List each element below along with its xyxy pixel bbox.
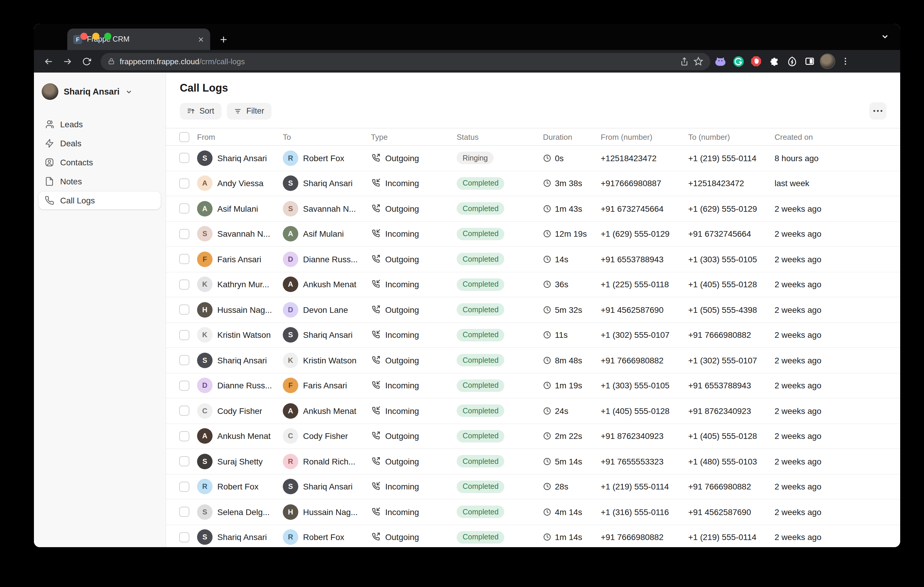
to-avatar: S bbox=[283, 479, 298, 495]
table-row[interactable]: AAsif MulaniSSavannah N...OutgoingComple… bbox=[166, 196, 900, 222]
duration: 11s bbox=[555, 330, 568, 340]
to-name: Robert Fox bbox=[303, 153, 345, 163]
row-checkbox[interactable] bbox=[179, 381, 189, 391]
sidebar-item-leads[interactable]: Leads bbox=[39, 115, 161, 133]
table-row[interactable]: KKristin WatsonSShariq AnsariIncomingCom… bbox=[166, 323, 900, 348]
select-all-checkbox[interactable] bbox=[179, 132, 189, 142]
table-row[interactable]: KKathryn Mur...AAnkush MenatIncomingComp… bbox=[166, 272, 900, 298]
share-icon[interactable] bbox=[680, 57, 689, 66]
table-row[interactable]: SSuraj ShettyRRonald Rich...OutgoingComp… bbox=[166, 449, 900, 474]
to-name: Devon Lane bbox=[303, 305, 348, 315]
row-checkbox[interactable] bbox=[179, 431, 189, 441]
sort-button[interactable]: Sort bbox=[180, 103, 221, 119]
row-checkbox[interactable] bbox=[179, 178, 189, 189]
table-row[interactable]: SShariq AnsariRRobert FoxOutgoingComplet… bbox=[166, 525, 900, 547]
sidebar-item-contacts[interactable]: Contacts bbox=[39, 153, 161, 171]
browser-profile-avatar[interactable] bbox=[820, 54, 835, 69]
to-name: Dianne Russ... bbox=[303, 255, 358, 264]
row-checkbox[interactable] bbox=[179, 457, 189, 467]
status-badge: Completed bbox=[457, 506, 505, 518]
row-checkbox[interactable] bbox=[179, 355, 189, 365]
table-row[interactable]: AAnkush MenatCCody FisherOutgoingComplet… bbox=[166, 424, 900, 449]
status-badge: Completed bbox=[457, 304, 505, 316]
column-header-to-number[interactable]: To (number) bbox=[688, 132, 775, 141]
sidebar-item-call-logs[interactable]: Call Logs bbox=[39, 191, 161, 209]
row-checkbox[interactable] bbox=[179, 153, 189, 163]
table-row[interactable]: SSelena Delg...HHussain Nag...IncomingCo… bbox=[166, 500, 900, 525]
more-options-button[interactable] bbox=[869, 102, 886, 120]
reload-button[interactable] bbox=[78, 53, 95, 69]
browser-menu-kebab-icon[interactable] bbox=[838, 54, 853, 69]
from-name: Cody Fisher bbox=[217, 406, 262, 416]
filter-button[interactable]: Filter bbox=[227, 103, 272, 119]
from-number: +91 6553788943 bbox=[601, 255, 688, 264]
forward-button[interactable] bbox=[59, 53, 76, 69]
column-header-type[interactable]: Type bbox=[371, 132, 457, 141]
lock-icon bbox=[108, 58, 115, 65]
github-extension-icon[interactable] bbox=[713, 54, 728, 69]
grammarly-extension-icon[interactable] bbox=[731, 54, 746, 69]
row-checkbox[interactable] bbox=[179, 532, 189, 543]
from-name: Robert Fox bbox=[217, 482, 259, 492]
sidebar-toggle-icon[interactable] bbox=[802, 54, 817, 69]
column-header-from[interactable]: From bbox=[197, 132, 283, 141]
row-checkbox[interactable] bbox=[179, 507, 189, 517]
minimize-window-button[interactable] bbox=[92, 33, 99, 40]
sidebar-item-deals[interactable]: Deals bbox=[39, 135, 161, 152]
column-header-status[interactable]: Status bbox=[457, 132, 543, 141]
table-row[interactable]: AAndy ViessaSShariq AnsariIncomingComple… bbox=[166, 171, 900, 196]
table-row[interactable]: FFaris AnsariDDianne Russ...OutgoingComp… bbox=[166, 247, 900, 272]
table-row[interactable]: RRobert FoxSShariq AnsariIncomingComplet… bbox=[166, 474, 900, 500]
table-row[interactable]: DDianne Russ...FFaris AnsariIncomingComp… bbox=[166, 373, 900, 398]
from-avatar: A bbox=[197, 429, 213, 444]
call-type: Outgoing bbox=[385, 153, 419, 163]
filter-label: Filter bbox=[246, 107, 264, 115]
user-dropdown[interactable]: Shariq Ansari bbox=[34, 82, 165, 101]
duration: 0s bbox=[555, 153, 564, 163]
table-row[interactable]: HHussain Nag...DDevon LaneOutgoingComple… bbox=[166, 298, 900, 323]
table-row[interactable]: SShariq AnsariKKristin WatsonOutgoingCom… bbox=[166, 348, 900, 373]
created-on: 2 weeks ago bbox=[775, 280, 891, 289]
row-checkbox[interactable] bbox=[179, 280, 189, 289]
tab-search-chevron-icon[interactable] bbox=[881, 32, 889, 43]
duration: 14s bbox=[555, 255, 568, 264]
row-checkbox[interactable] bbox=[179, 229, 189, 239]
leaf-extension-icon[interactable] bbox=[784, 54, 800, 69]
bookmark-star-icon[interactable] bbox=[694, 56, 703, 66]
column-header-duration[interactable]: Duration bbox=[543, 132, 601, 141]
macos-traffic-lights[interactable] bbox=[80, 33, 111, 40]
from-number: +91 7666980882 bbox=[601, 356, 688, 365]
close-window-button[interactable] bbox=[80, 33, 87, 40]
row-checkbox[interactable] bbox=[179, 305, 189, 315]
sort-icon bbox=[187, 107, 195, 115]
zoom-window-button[interactable] bbox=[104, 33, 111, 40]
new-tab-button[interactable] bbox=[215, 31, 232, 48]
to-number: +91 6553788943 bbox=[688, 381, 775, 390]
from-number: +1 (316) 555-0116 bbox=[601, 507, 688, 517]
column-header-created-on[interactable]: Created on bbox=[775, 132, 891, 141]
extensions-puzzle-icon[interactable] bbox=[766, 54, 782, 69]
table-row[interactable]: SShariq AnsariRRobert FoxOutgoingRinging… bbox=[166, 146, 900, 171]
table-row[interactable]: SSavannah N...AAsif MulaniIncomingComple… bbox=[166, 222, 900, 247]
tab-close-icon[interactable] bbox=[198, 36, 204, 43]
column-header-to[interactable]: To bbox=[283, 132, 371, 141]
sidebar-item-notes[interactable]: Notes bbox=[39, 173, 161, 190]
row-checkbox[interactable] bbox=[179, 330, 189, 340]
from-number: +91 4562587690 bbox=[601, 305, 688, 315]
status-badge: Completed bbox=[457, 228, 505, 240]
row-checkbox[interactable] bbox=[179, 254, 189, 264]
phone-outgoing-icon bbox=[371, 533, 380, 542]
adblock-extension-icon[interactable] bbox=[748, 54, 764, 69]
row-checkbox[interactable] bbox=[179, 204, 189, 214]
from-number: +1 (303) 555-0105 bbox=[601, 381, 688, 390]
row-checkbox[interactable] bbox=[179, 406, 189, 416]
column-header-from-number[interactable]: From (number) bbox=[601, 132, 688, 141]
back-button[interactable] bbox=[40, 53, 56, 69]
from-name: Shariq Ansari bbox=[217, 153, 267, 163]
main-content: Call Logs Sort Filter bbox=[166, 72, 900, 547]
call-type: Incoming bbox=[385, 482, 419, 492]
from-name: Kathryn Mur... bbox=[217, 280, 269, 289]
address-bar[interactable]: frappecrm.frappe.cloud/crm/call-logs bbox=[101, 53, 710, 70]
row-checkbox[interactable] bbox=[179, 482, 189, 492]
table-row[interactable]: CCody FisherAAnkush MenatIncomingComplet… bbox=[166, 398, 900, 424]
